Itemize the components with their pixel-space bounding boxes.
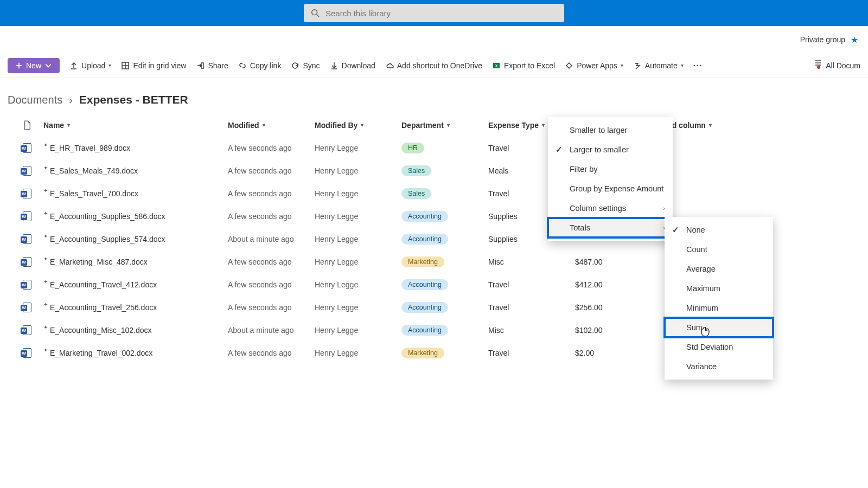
powerapps-icon [565,61,573,70]
attention-dot-icon [817,66,820,69]
export-excel-button[interactable]: X Export to Excel [492,61,555,70]
file-name-label: E_HR_Travel_989.docx [50,144,130,152]
modified-by-cell: Henry Legge [315,303,401,312]
totals-none[interactable]: None [665,220,773,240]
expense-amount-cell: $2.00 [575,349,651,357]
new-indicator-icon: ✦ [43,142,48,148]
file-name-cell[interactable]: ✦ E_Accounting_Travel_256.docx [43,303,228,312]
file-name-cell[interactable]: ✦ E_HR_Travel_989.docx [43,144,228,152]
modified-cell: About a minute ago [228,235,315,243]
document-grid: Name▾ Modified▾ Modified By▾ Department▾… [0,114,868,473]
col-department-label: Department [401,121,444,130]
suite-header [0,0,868,26]
modified-cell: A few seconds ago [228,189,315,198]
file-name-cell[interactable]: ✦ E_Marketing_Misc_487.docx [43,258,228,266]
file-name-label: E_Marketing_Misc_487.docx [50,258,148,266]
menu-column-settings[interactable]: Column settings› [548,198,673,218]
new-indicator-icon: ✦ [43,165,48,171]
totals-count-label: Count [686,245,707,254]
expense-amount-cell: $102.00 [575,326,651,335]
department-cell: Accounting [401,325,488,336]
file-type-icon: W [11,211,43,221]
menu-filter-label: Filter by [570,165,598,174]
grid-icon [121,61,130,70]
department-cell: HR [401,143,488,153]
menu-sort-asc[interactable]: Smaller to larger [548,120,673,140]
copy-link-button[interactable]: Copy link [238,61,282,70]
new-indicator-icon: ✦ [43,188,48,194]
file-name-cell[interactable]: ✦ E_Sales_Meals_749.docx [43,166,228,175]
table-row[interactable]: W ✦ E_Sales_Meals_749.docx A few seconds… [11,159,857,182]
totals-variance-label: Variance [686,362,717,371]
menu-totals[interactable]: Totals› [548,218,673,237]
automate-button[interactable]: Automate ▾ [633,61,684,70]
svg-text:X: X [495,64,498,68]
totals-average[interactable]: Average [665,259,773,279]
modified-cell: A few seconds ago [228,144,315,152]
follow-star-icon[interactable]: ★ [851,35,858,45]
totals-sum[interactable]: Sum [665,318,773,337]
menu-sort-desc[interactable]: Larger to smaller [548,140,673,159]
add-shortcut-button[interactable]: Add shortcut to OneDrive [385,61,482,70]
file-name-cell[interactable]: ✦ E_Accounting_Misc_102.docx [43,326,228,335]
upload-label: Upload [81,61,105,70]
modified-cell: A few seconds ago [228,280,315,289]
add-column-button[interactable]: Add column ▾ [651,121,857,130]
modified-cell: A few seconds ago [228,166,315,175]
new-button[interactable]: New [8,58,60,73]
col-department[interactable]: Department▾ [401,121,488,130]
edit-grid-button[interactable]: Edit in grid view [121,61,186,70]
totals-count[interactable]: Count [665,240,773,259]
totals-minimum[interactable]: Minimum [665,298,773,318]
file-type-icon: W [11,234,43,244]
col-icon[interactable] [11,120,43,130]
more-actions-button[interactable]: ··· [693,61,703,70]
file-name-cell[interactable]: ✦ E_Sales_Travel_700.docx [43,189,228,198]
chevron-right-icon: › [663,205,665,211]
modified-by-cell: Henry Legge [315,189,401,198]
col-name[interactable]: Name▾ [43,121,228,130]
export-excel-label: Export to Excel [504,61,555,70]
department-cell: Accounting [401,279,488,290]
breadcrumb-root[interactable]: Documents [8,94,62,106]
table-row[interactable]: W ✦ E_Sales_Travel_700.docx A few second… [11,182,857,205]
department-cell: Marketing [401,348,488,358]
menu-group-by[interactable]: Group by Expense Amount [548,179,673,198]
table-row[interactable]: W ✦ E_HR_Travel_989.docx A few seconds a… [11,137,857,159]
totals-maximum[interactable]: Maximum [665,279,773,298]
col-modified[interactable]: Modified▾ [228,121,315,130]
new-indicator-icon: ✦ [43,233,48,239]
search-box[interactable] [304,4,564,22]
view-selector[interactable]: All Docum [814,59,860,72]
share-button[interactable]: Share [196,61,228,70]
upload-button[interactable]: Upload ▾ [69,61,111,70]
file-name-cell[interactable]: ✦ E_Accounting_Travel_412.docx [43,280,228,289]
power-apps-label: Power Apps [577,61,617,70]
copy-link-label: Copy link [250,61,282,70]
expense-type-cell: Travel [488,280,575,289]
file-name-cell[interactable]: ✦ E_Marketing_Travel_002.docx [43,349,228,357]
download-button[interactable]: Download [330,61,375,70]
file-name-cell[interactable]: ✦ E_Accounting_Supplies_586.docx [43,212,228,221]
totals-stddev[interactable]: Std Deviation [665,337,773,357]
onedrive-icon [385,61,394,70]
file-name-cell[interactable]: ✦ E_Accounting_Supplies_574.docx [43,235,228,243]
expense-type-cell: Misc [488,258,575,266]
col-modified-by[interactable]: Modified By▾ [315,121,401,130]
chevron-down-icon: ▾ [108,62,111,68]
sync-button[interactable]: Sync [291,61,320,70]
svg-rect-9 [201,63,203,68]
menu-filter-by[interactable]: Filter by [548,159,673,179]
power-apps-button[interactable]: Power Apps ▾ [565,61,623,70]
file-name-label: E_Accounting_Travel_256.docx [50,303,157,312]
plus-icon [15,62,23,69]
chevron-down-icon: ▾ [681,62,684,68]
totals-variance[interactable]: Variance [665,357,773,376]
group-privacy-label: Private group [800,35,845,44]
modified-by-cell: Henry Legge [315,280,401,289]
search-input[interactable] [326,9,558,18]
totals-average-label: Average [686,265,716,273]
department-cell: Accounting [401,234,488,245]
download-label: Download [342,61,375,70]
search-icon [310,8,320,18]
